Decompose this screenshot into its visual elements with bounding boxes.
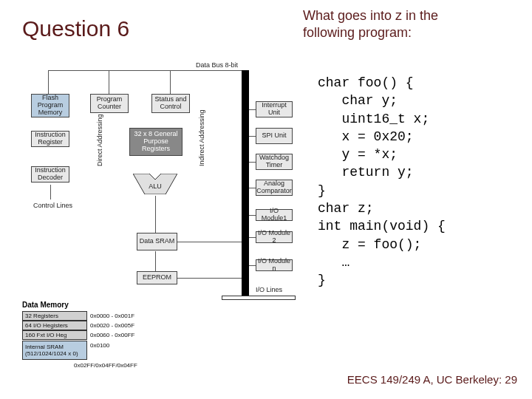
block-io2: I/O Module 2 [256,231,293,243]
block-eeprom: EEPROM [137,271,177,284]
block-wdt: Watchdog Timer [256,154,293,170]
block-decoder: Instruction Decoder [31,166,69,183]
dm-row-2: 160 Fxt I/O Heg [22,330,87,340]
slide-title: Question 6 [22,16,129,41]
block-flash: Flash Program Memory [31,94,69,117]
dm-range-3: 0x0100 [90,342,109,349]
block-io1: I/O Module1 [256,209,293,221]
dm-range-0: 0x0000 - 0x001F [90,313,134,319]
block-ion: I/O Module n [256,259,293,271]
dm-range-2: 0x0060 - 0x00FF [90,332,134,338]
block-analog: Analog Comparator [256,180,293,196]
data-bus [242,70,249,298]
block-regfile: 32 x 8 General Purpose Registers [129,128,183,156]
course-label: EECS 149/249 A, UC Berkeley: [347,373,502,386]
block-spi: SPI Unit [256,128,293,144]
block-status: Status and Control [151,94,190,113]
dm-row-3: Internal SRAM (512/1024/1024 x 0) [22,341,87,360]
slide-footer: EECS 149/249 A, UC Berkeley: 29 [347,373,517,386]
control-lines-label: Control Lines [33,202,72,209]
io-lines-label: I/O Lines [256,286,282,293]
io-lines-bus [222,296,296,300]
dm-range-1: 0x0020 - 0x005F [90,322,134,329]
block-ir: Instruction Register [31,131,69,147]
dm-bottom: 0x02FF/0x04FF/0x04FF [74,362,137,369]
block-sram: Data SRAM [137,233,177,250]
dm-row-1: 64 I/O Hegisters [22,321,87,330]
code-snippet: char foo() { char y; uint16_t x; x = 0x2… [318,74,517,290]
block-interrupt: Interrupt Unit [256,101,293,117]
page-number: 29 [505,373,517,386]
dm-row-0: 32 Registers [22,311,87,321]
svg-text:ALU: ALU [149,183,162,190]
direct-addressing-label: Direct Addressing [96,107,103,166]
indirect-addressing-label: Indirect Addressing [198,107,205,166]
data-memory-title: Data Memory [22,301,69,309]
architecture-diagram: Data Bus 8-bit Flash Program Memory Prog… [22,63,296,381]
block-alu: ALU [133,174,177,194]
data-bus-label: Data Bus 8-bit [196,61,238,69]
question-prompt: What goes into z in the following progra… [303,7,488,42]
